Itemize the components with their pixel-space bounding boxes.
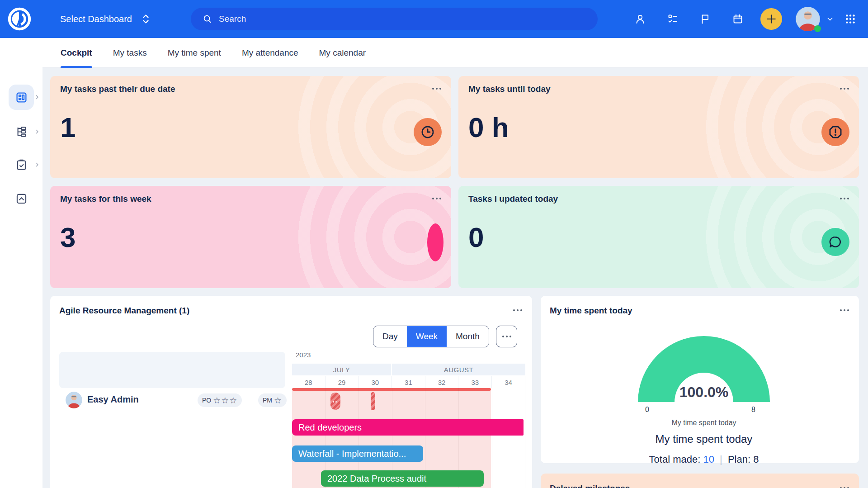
gantt-bar-label: 2022 Data Process audit [327,474,426,484]
resource-avatar [66,392,82,408]
card-menu-dots-icon[interactable] [432,198,441,199]
clock-icon [414,118,442,146]
week-cell: 28 [292,376,326,388]
sidebar-item-dashboard[interactable] [0,85,42,110]
view-day-button[interactable]: Day [373,326,407,347]
gantt-month-row: JULY AUGUST [292,364,525,375]
app-logo-icon[interactable] [6,6,33,32]
delayed-milestones-panel: Delayed milestones [541,474,859,488]
sidebar [0,38,42,488]
tab-cockpit[interactable]: Cockpit [61,38,92,68]
panel-menu-dots-icon[interactable] [840,309,849,311]
plan-value: 8 [753,454,759,465]
gantt-bar-audit[interactable]: 2022 Data Process audit [321,470,484,487]
tab-my-time-spent[interactable]: My time spent [168,38,221,68]
star-rating-icons[interactable]: ☆ [274,396,282,405]
card-title: Tasks I updated today [468,194,558,204]
dashboard-selector[interactable]: Select Dashboard [60,0,150,38]
panel-title: Agile Resource Management (1) [59,306,189,316]
card-menu-dots-icon[interactable] [432,88,441,90]
user-icon[interactable] [635,14,646,24]
month-cell-august: AUGUST [392,364,525,375]
view-more-button[interactable] [496,326,517,347]
view-month-button[interactable]: Month [447,326,489,347]
sort-chevrons-icon [142,14,150,24]
card-tasks-until-today[interactable]: My tasks until today 0 h [458,76,859,178]
week-cell: 33 [458,376,492,388]
dashboard-screen: Select Dashboard [0,0,868,488]
role-badge-pm[interactable]: PM ☆ [258,393,287,407]
gantt-week-row: 28 29 30 31 32 33 34 [292,376,525,388]
total-made-label: Total made: [649,454,701,465]
apps-grid-icon[interactable] [844,13,856,25]
card-value: 0 [468,221,484,253]
dashboard-selector-label: Select Dashboard [60,14,132,24]
total-made-value-link[interactable]: 10 [703,454,714,465]
project-tree-icon[interactable] [9,119,34,144]
box-chevron-up-icon[interactable] [9,186,34,211]
week-cell: 32 [425,376,459,388]
view-week-button[interactable]: Week [407,326,447,347]
gantt-bar-waterfall[interactable]: Waterfall - Implementatio... [292,445,423,462]
resource-name[interactable]: Easy Admin [87,394,139,405]
star-rating-icons[interactable]: ☆☆☆ [213,396,237,405]
avatar-chevron-down-icon[interactable] [826,15,834,23]
search-input[interactable] [219,14,562,24]
week-cell: 34 [492,376,525,388]
chevron-right-icon[interactable] [34,95,40,100]
search-icon [203,14,212,24]
gauge-max-label: 8 [751,406,755,414]
user-avatar[interactable] [796,7,820,31]
card-value: 0 h [468,111,509,143]
milestone-marker[interactable] [371,392,375,410]
flag-icon[interactable] [700,14,711,24]
card-tasks-this-week[interactable]: My tasks for this week 3 [50,186,451,288]
chevron-right-icon[interactable] [34,162,40,167]
gantt-bar-label: Red developers [298,422,362,433]
tab-my-calendar[interactable]: My calendar [319,38,366,68]
sidebar-item-tasks[interactable] [0,153,42,176]
card-menu-dots-icon[interactable] [840,198,849,199]
alert-octagon-icon [821,118,849,146]
week-cell: 29 [326,376,359,388]
role-code: PM [263,397,272,404]
card-menu-dots-icon[interactable] [840,88,849,90]
gantt-year-label: 2023 [296,351,311,359]
gantt-left-header [59,352,285,388]
role-code: PO [202,397,211,404]
tasklist-icon[interactable] [667,14,678,24]
panel-menu-dots-icon[interactable] [513,309,522,311]
separator: | [717,454,725,465]
panel-title: Delayed milestones [550,483,630,488]
add-button[interactable] [760,8,782,30]
clipboard-check-icon[interactable] [9,152,34,177]
gantt-bar-label: Waterfall - Implementatio... [298,449,406,459]
plus-icon [765,13,777,25]
card-title: My tasks until today [468,84,551,94]
sidebar-item-projects[interactable] [0,120,42,143]
tab-my-attendance[interactable]: My attendance [242,38,298,68]
agile-resource-panel: Agile Resource Management (1) Day Week M… [50,296,532,488]
card-title: My tasks past their due date [60,84,175,94]
more-dots-icon [502,336,511,337]
card-tasks-past-due[interactable]: My tasks past their due date 1 [50,76,451,178]
search-bar[interactable] [191,8,598,30]
dashboard-icon[interactable] [9,85,34,110]
calendar-icon[interactable] [732,14,743,24]
total-line: Total made: 10 | Plan: 8 [541,454,867,465]
tab-my-tasks[interactable]: My tasks [113,38,147,68]
sidebar-item-modules[interactable] [0,187,42,210]
gauge-series-label: My time spent today [541,419,867,427]
topbar: Select Dashboard [0,0,868,38]
view-switcher: Day Week Month [373,326,489,347]
page-tabs: Cockpit My tasks My time spent My attend… [42,38,868,68]
panel-title: My time spent today [550,306,632,316]
chevron-right-icon[interactable] [34,129,40,134]
milestone-marker[interactable] [330,393,340,410]
role-badge-po[interactable]: PO ☆☆☆ [198,393,242,407]
panel-subtitle: My time spent today [541,433,867,445]
card-tasks-updated-today[interactable]: Tasks I updated today 0 [458,186,859,288]
gantt-bar-red-developers[interactable]: Red developers [292,419,524,436]
card-value: 3 [60,221,75,253]
card-value: 1 [60,111,75,143]
